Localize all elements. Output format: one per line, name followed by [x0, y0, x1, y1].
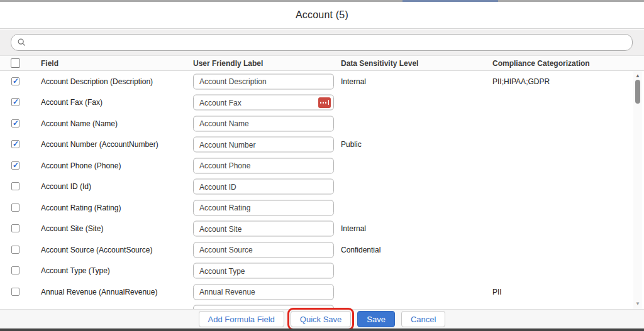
user-friendly-label-input[interactable]	[193, 158, 334, 173]
column-header-data-sensitivity-level: Data Sensitivity Level	[341, 59, 418, 68]
row-checkbox[interactable]	[11, 182, 19, 190]
modal-window: Account (5) Field User Friendly Label Da…	[0, 0, 644, 331]
field-name-label: Account Source (AccountSource)	[41, 246, 152, 254]
user-friendly-label-wrap	[193, 137, 334, 153]
data-sensitivity-value: Internal	[341, 77, 366, 86]
user-friendly-label-wrap	[193, 116, 334, 131]
field-name-label: Account Rating (Rating)	[41, 203, 121, 212]
field-name-label: Account Number (AccountNumber)	[41, 140, 158, 149]
table-row	[0, 303, 644, 310]
column-header-user-friendly-label: User Friendly Label	[193, 59, 263, 68]
row-checkbox[interactable]	[11, 246, 19, 254]
row-checkbox[interactable]	[11, 203, 19, 212]
column-header-compliance-categorization: Compliance Categorization	[492, 59, 590, 68]
field-name-label: Account ID (Id)	[41, 182, 91, 191]
user-friendly-label-wrap	[193, 221, 334, 237]
table-row: Annual Revenue (AnnualRevenue) PII	[0, 281, 644, 303]
user-friendly-label-wrap	[193, 73, 334, 89]
search-box[interactable]	[11, 34, 633, 51]
cancel-button[interactable]: Cancel	[401, 311, 445, 327]
table-row: Account Source (AccountSource) Confident…	[0, 239, 644, 261]
add-formula-field-button[interactable]: Add Formula Field	[199, 311, 284, 327]
search-band	[0, 30, 644, 56]
user-friendly-label-input[interactable]	[193, 284, 334, 300]
table-header-row: Field User Friendly Label Data Sensitivi…	[0, 56, 644, 71]
row-checkbox[interactable]	[11, 119, 19, 128]
user-friendly-label-wrap	[193, 179, 334, 195]
row-checkbox[interactable]	[11, 288, 19, 296]
page-title: Account (5)	[296, 9, 348, 21]
quick-save-button[interactable]: Quick Save	[291, 311, 351, 327]
table-row: Account Phone (Phone)	[0, 155, 644, 176]
extension-badge-icon[interactable]	[318, 97, 331, 108]
scroll-down-arrow-icon[interactable]: ▼	[633, 300, 642, 308]
user-friendly-label-wrap	[193, 95, 334, 111]
user-friendly-label-wrap	[193, 284, 334, 300]
user-friendly-label-wrap	[193, 242, 334, 258]
footer-action-bar: Add Formula Field Quick Save Save Cancel	[0, 309, 644, 328]
user-friendly-label-wrap	[193, 200, 334, 215]
table-row: Account ID (Id)	[0, 176, 644, 198]
table-row: Account Name (Name)	[0, 113, 644, 134]
user-friendly-label-input[interactable]	[193, 179, 334, 195]
user-friendly-label-input[interactable]	[193, 95, 334, 111]
user-friendly-label-input[interactable]	[193, 221, 334, 237]
compliance-categorization-value: PII;HIPAA;GDPR	[492, 77, 550, 86]
field-name-label: Account Name (Name)	[41, 119, 118, 128]
user-friendly-label-wrap	[193, 158, 334, 173]
field-name-label: Account Site (Site)	[41, 224, 103, 233]
data-sensitivity-value: Internal	[341, 224, 366, 233]
select-all-checkbox[interactable]	[11, 58, 20, 68]
user-friendly-label-input[interactable]	[193, 263, 334, 279]
search-icon	[18, 38, 26, 46]
field-name-label: Annual Revenue (AnnualRevenue)	[41, 288, 157, 296]
field-name-label: Account Fax (Fax)	[41, 98, 103, 107]
table-row: Account Number (AccountNumber) Public	[0, 134, 644, 156]
data-sensitivity-value: Public	[341, 140, 362, 149]
row-checkbox[interactable]	[11, 77, 19, 85]
row-checkbox[interactable]	[11, 140, 19, 148]
table-row: Account Rating (Rating)	[0, 197, 644, 219]
data-sensitivity-value: Confidential	[341, 246, 380, 254]
search-input[interactable]	[26, 35, 632, 50]
row-checkbox[interactable]	[11, 161, 19, 170]
modal-header: Account (5)	[0, 2, 644, 29]
vertical-scrollbar[interactable]: ▲ ▼	[633, 71, 642, 309]
scrollbar-thumb[interactable]	[635, 80, 640, 104]
field-name-label: Account Description (Description)	[41, 77, 153, 86]
field-name-label: Account Type (Type)	[41, 266, 110, 275]
table-row: Account Type (Type)	[0, 261, 644, 282]
browser-bottom-edge	[0, 328, 644, 331]
row-checkbox[interactable]	[11, 98, 19, 106]
user-friendly-label-input[interactable]	[193, 200, 334, 215]
user-friendly-label-wrap	[193, 263, 334, 279]
table-row: Account Site (Site) Internal	[0, 219, 644, 240]
scroll-up-arrow-icon[interactable]: ▲	[633, 72, 642, 80]
column-header-field: Field	[41, 59, 58, 68]
row-checkbox[interactable]	[11, 266, 19, 274]
table-row: Account Description (Description) Intern…	[0, 71, 644, 92]
field-name-label: Account Phone (Phone)	[41, 161, 121, 170]
user-friendly-label-input[interactable]	[193, 73, 334, 89]
field-table-body: Account Description (Description) Intern…	[0, 71, 644, 309]
user-friendly-label-input[interactable]	[193, 116, 334, 131]
user-friendly-label-input[interactable]	[193, 242, 334, 258]
row-checkbox[interactable]	[11, 224, 19, 232]
table-row: Account Fax (Fax)	[0, 92, 644, 114]
compliance-categorization-value: PII	[492, 288, 502, 296]
user-friendly-label-input[interactable]	[193, 137, 334, 153]
save-button[interactable]: Save	[357, 311, 395, 327]
